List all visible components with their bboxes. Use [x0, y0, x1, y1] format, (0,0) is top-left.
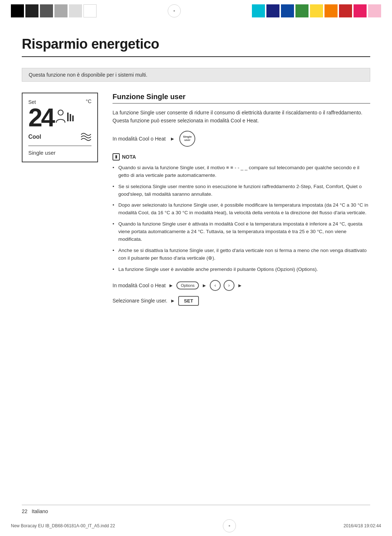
svg-point-0: [58, 110, 63, 115]
title-rule: [22, 56, 370, 57]
temp-unit: °C: [86, 98, 91, 104]
nota-header: ▮ NOTA: [113, 153, 370, 161]
page-title: Risparmio energetico: [22, 36, 370, 52]
person-icon: [55, 110, 66, 126]
funzione-intro: La funzione Single user consente di ridu…: [113, 109, 370, 125]
nota-label: NOTA: [122, 154, 136, 160]
arrow-right-icon-5: ►: [170, 298, 175, 304]
right-arrow-button: ›: [224, 280, 234, 291]
color-marks: [252, 4, 381, 17]
file-info: New Boracay EU IB_DB68-06181A-00_IT_A5.i…: [11, 523, 115, 528]
nota-section: ▮ NOTA Quando si avvia la funzione Singl…: [113, 153, 370, 306]
bars-icon: [67, 112, 75, 124]
section-rule: [113, 103, 370, 103]
single-user-label: Single user: [28, 150, 91, 156]
arrow-right-icon-3: ►: [202, 283, 207, 288]
cool-label: Cool: [28, 134, 41, 140]
bullet-6: La funzione Single user è avviabile anch…: [113, 266, 370, 273]
arrow-right-icon: ►: [170, 136, 175, 142]
mark-white: [83, 4, 97, 17]
bullet-1: Quando si avvia la funzione Single user,…: [113, 164, 370, 179]
arrow-right-icon-2: ►: [168, 283, 173, 288]
print-marks-top: [0, 0, 392, 22]
options-button-icon: Options: [176, 281, 199, 289]
funzione-title: Funzione Single user: [113, 93, 370, 101]
bullet-4: Quando la funzione Single user è attivat…: [113, 220, 370, 243]
nota-bullet-list: Quando si avvia la funzione Single user,…: [113, 164, 370, 273]
mark-orange: [324, 4, 338, 17]
svg-rect-2: [70, 114, 71, 121]
mark-med: [40, 4, 53, 17]
single-user-button-icon: Single user: [179, 131, 195, 147]
modalita-row: In modalità Cool o Heat ► Single user: [113, 131, 370, 147]
instruction-row2-label: Selezionare Single user.: [113, 298, 167, 304]
mark-black: [11, 4, 24, 17]
grey-scale-marks: [11, 4, 97, 17]
mark-indigo: [266, 4, 279, 17]
mark-blue: [281, 4, 294, 17]
arrow-right-icon-4: ►: [237, 283, 242, 288]
svg-rect-3: [72, 115, 74, 121]
instruction-row1-label: In modalità Cool o Heat: [113, 283, 166, 288]
crosshair-bottom: [223, 519, 236, 532]
footer-rule: [22, 505, 370, 505]
bottom-print-area: New Boracay EU IB_DB68-06181A-00_IT_A5.i…: [0, 519, 392, 532]
mark-light: [54, 4, 68, 17]
instruction-row-1: In modalità Cool o Heat ► Options ► ‹ › …: [113, 280, 370, 291]
btn-line2: user: [184, 139, 191, 142]
mark-lightpink: [368, 4, 381, 17]
mark-cyan: [252, 4, 265, 17]
page-footer: 22 Italiano: [0, 505, 392, 514]
mark-lighter: [69, 4, 82, 17]
crosshair-mark: [168, 4, 181, 17]
bullet-2: Se si seleziona Single user mentre sono …: [113, 183, 370, 198]
two-col-layout: Set °C 24: [22, 93, 370, 306]
instruction-row-2: Selezionare Single user. ► SET: [113, 296, 370, 306]
page-content: Risparmio energetico Questa funzione non…: [0, 22, 392, 328]
date-info: 2016/4/18 19:02:44: [344, 523, 381, 528]
mark-red: [339, 4, 352, 17]
notice-box: Questa funzione non è disponibile per i …: [22, 68, 370, 82]
mark-green: [295, 4, 309, 17]
modalita-label: In modalità Cool o Heat: [113, 136, 166, 142]
right-content: Funzione Single user La funzione Single …: [113, 93, 370, 306]
display-bottom-row: Cool: [28, 131, 91, 142]
nota-icon: ▮: [113, 153, 120, 161]
temp-value: 24: [28, 106, 54, 129]
footer-page: 22 Italiano: [22, 508, 48, 514]
mark-pink: [354, 4, 367, 17]
mark-dark: [25, 4, 38, 17]
mark-yellow: [310, 4, 323, 17]
fan-icon: [81, 131, 91, 142]
set-button: SET: [178, 296, 199, 306]
svg-rect-1: [67, 113, 69, 121]
display-panel: Set °C 24: [22, 93, 98, 162]
bullet-5: Anche se si disattiva la funzione Single…: [113, 247, 370, 262]
display-inner: Set °C 24: [28, 98, 91, 146]
left-arrow-button: ‹: [210, 280, 221, 291]
bullet-3: Dopo aver selezionato la funzione Single…: [113, 202, 370, 217]
